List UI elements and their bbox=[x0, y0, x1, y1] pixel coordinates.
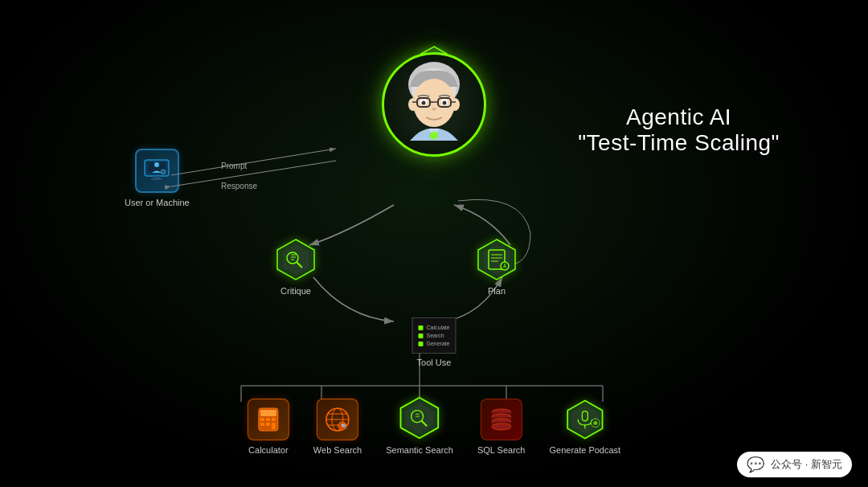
svg-rect-59 bbox=[260, 423, 264, 426]
semantic-search-label: Semantic Search bbox=[386, 445, 453, 455]
sql-search-label: SQL Search bbox=[477, 445, 526, 455]
critique-node: Critique bbox=[273, 237, 318, 296]
user-icon: ⚙ bbox=[135, 149, 179, 193]
svg-text:🔍: 🔍 bbox=[341, 423, 348, 430]
sql-search-tool: SQL Search bbox=[477, 399, 526, 455]
svg-point-87 bbox=[593, 421, 597, 425]
svg-text:Prompt: Prompt bbox=[221, 162, 247, 170]
svg-rect-60 bbox=[266, 423, 270, 426]
watermark-text: 公众号 · 新智元 bbox=[771, 457, 842, 472]
plan-icon bbox=[474, 237, 519, 282]
main-scene: Prompt Response bbox=[0, 0, 868, 487]
svg-rect-55 bbox=[260, 410, 276, 416]
svg-rect-58 bbox=[272, 418, 276, 421]
tooluse-label: Tool Use bbox=[417, 358, 452, 367]
web-search-label: Web Search bbox=[313, 445, 362, 455]
semantic-icon bbox=[397, 395, 442, 440]
svg-point-32 bbox=[422, 101, 426, 105]
svg-rect-57 bbox=[266, 418, 270, 421]
watermark: 💬 公众号 · 新智元 bbox=[737, 452, 852, 477]
critique-icon bbox=[273, 237, 318, 282]
plan-label: Plan bbox=[488, 286, 506, 296]
user-machine-icon: ⚙ bbox=[142, 157, 171, 186]
agent-avatar bbox=[382, 52, 486, 157]
svg-line-4 bbox=[171, 161, 336, 186]
calculator-icon bbox=[248, 399, 289, 440]
calculator-tool: Calculator bbox=[248, 399, 289, 455]
title-main: Agentic AI bbox=[578, 104, 780, 130]
web-search-tool: 🔍 Web Search bbox=[313, 399, 362, 455]
svg-rect-61 bbox=[272, 423, 276, 429]
tools-row: Calculator 🔍 Web Search bbox=[248, 395, 620, 455]
plan-node: Plan bbox=[474, 237, 519, 296]
svg-text:⚙: ⚙ bbox=[160, 168, 166, 176]
sql-icon bbox=[481, 399, 522, 440]
calculator-label: Calculator bbox=[248, 445, 289, 455]
user-label: User or Machine bbox=[125, 198, 190, 207]
title-sub: "Test-Time Scaling" bbox=[578, 130, 780, 156]
tool-row-search: Search bbox=[419, 333, 450, 338]
generate-podcast-label: Generate Podcast bbox=[549, 445, 620, 455]
critique-label: Critique bbox=[280, 286, 311, 296]
svg-point-33 bbox=[443, 101, 447, 105]
podcast-icon bbox=[564, 399, 606, 440]
tool-row-generate: Generate bbox=[419, 341, 450, 346]
globe-icon: 🔍 bbox=[317, 399, 358, 440]
generate-podcast-tool: Generate Podcast bbox=[549, 399, 620, 455]
tooluse-node: Calculate Search Generate Tool Use bbox=[412, 317, 457, 367]
avatar-face bbox=[386, 56, 482, 153]
svg-rect-18 bbox=[151, 178, 162, 180]
svg-point-81 bbox=[492, 424, 511, 430]
svg-rect-56 bbox=[260, 418, 264, 421]
tool-row-calculate: Calculate bbox=[419, 325, 450, 330]
svg-rect-17 bbox=[154, 176, 160, 178]
svg-point-16 bbox=[154, 162, 159, 167]
semantic-search-tool: Semantic Search bbox=[386, 395, 453, 455]
wechat-icon: 💬 bbox=[747, 456, 764, 473]
svg-line-3 bbox=[171, 149, 336, 175]
title-area: Agentic AI "Test-Time Scaling" bbox=[578, 104, 780, 156]
svg-text:Response: Response bbox=[221, 182, 257, 190]
tooluse-icon: Calculate Search Generate bbox=[412, 317, 457, 354]
user-machine-node: ⚙ User or Machine bbox=[125, 149, 190, 207]
